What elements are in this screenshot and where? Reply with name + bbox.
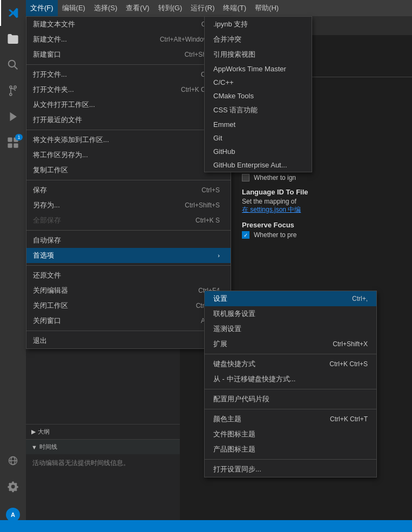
close-workspace-label: 关闭工作区 <box>33 301 68 311</box>
timeline-label: 时间线 <box>39 443 57 451</box>
timeline-empty-message: 活动编辑器无法提供时间线信息。 <box>26 454 180 472</box>
pref-user-snippets[interactable]: 配置用户代码片段 <box>205 392 376 407</box>
search-icon[interactable] <box>0 52 26 78</box>
menu-view[interactable]: 查看(V) <box>121 0 153 16</box>
menu-duplicate-workspace[interactable]: 复制工作区 <box>26 163 231 178</box>
pref-settings[interactable]: 设置 Ctrl+, <box>205 291 376 306</box>
ext-item-git[interactable]: Git <box>205 131 312 145</box>
file-menu: 新建文本文件 Ctrl+N 新建文件... Ctrl+Alt+Windows+N… <box>26 16 231 349</box>
svg-marker-6 <box>10 112 17 122</box>
pref-settings-shortcut: Ctrl+, <box>352 295 368 302</box>
save-all-shortcut: Ctrl+K S <box>195 217 220 224</box>
menu-recent-files[interactable]: 打开最近的文件 › <box>26 112 231 127</box>
ext-item-github[interactable]: GitHub <box>205 145 312 158</box>
pref-open-settings-sync[interactable]: 打开设置同步... <box>205 462 376 477</box>
menu-new-file[interactable]: 新建文件... Ctrl+Alt+Windows+N <box>26 32 231 47</box>
menu-close-window[interactable]: 关闭窗口 Alt+F4 <box>26 313 231 328</box>
timeline-chevron-icon: ▼ <box>31 444 37 450</box>
explorer-icon[interactable] <box>0 26 26 52</box>
pref-color-theme[interactable]: 颜色主题 Ctrl+K Ctrl+T <box>205 412 376 427</box>
recent-files-label: 打开最近的文件 <box>33 115 82 125</box>
menu-close-workspace[interactable]: 关闭工作区 Ctrl+K F <box>26 298 231 313</box>
outline-label: 大纲 <box>38 428 50 436</box>
menu-new-text-file[interactable]: 新建文本文件 Ctrl+N <box>26 17 231 32</box>
pref-product-icon-theme[interactable]: 产品图标主题 <box>205 442 376 457</box>
pref-extensions[interactable]: 扩展 Ctrl+Shift+X <box>205 336 376 352</box>
timeline-section[interactable]: ▼ 时间线 <box>26 439 180 454</box>
extensions-icon[interactable]: 1 <box>0 130 26 156</box>
menu-new-window[interactable]: 新建窗口 Ctrl+Shift+N <box>26 47 231 62</box>
pref-migrate-keyboard[interactable]: 从 - 中迁移键盘快捷方式... <box>205 372 376 387</box>
pref-sep-2 <box>205 389 376 389</box>
pref-sep-1 <box>205 354 376 354</box>
settings-gear-icon[interactable] <box>0 474 26 500</box>
svg-line-1 <box>15 66 18 70</box>
remote-icon[interactable] <box>0 448 26 474</box>
ext-item-github-enterprise[interactable]: GitHub Enterprise Aut... <box>205 158 312 172</box>
save-workspace-label: 将工作区另存为... <box>33 150 88 160</box>
outline-chevron-icon: ▶ <box>31 428 36 435</box>
menu-revert[interactable]: 还原文件 <box>26 268 231 283</box>
ext-item-ipynb[interactable]: .ipynb 支持 <box>205 17 312 32</box>
ignore-selection-checkbox[interactable] <box>242 174 249 181</box>
vscode-logo-icon[interactable] <box>0 0 26 26</box>
menu-run[interactable]: 运行(R) <box>186 0 219 16</box>
menu-help[interactable]: 帮助(H) <box>251 0 283 16</box>
menu-save[interactable]: 保存 Ctrl+S <box>26 183 231 198</box>
menu-add-folder[interactable]: 将文件夹添加到工作区... <box>26 132 231 147</box>
settings-json-link[interactable]: 在 settings.json 中编 <box>242 205 401 214</box>
pref-color-theme-label: 颜色主题 <box>213 414 241 424</box>
new-window-label: 新建窗口 <box>33 50 61 59</box>
preserve-focus-checkbox[interactable]: ✓ <box>242 231 249 239</box>
title-bar: 文件(F) 编辑(E) 选择(S) 查看(V) 转到(G) 运行(R) 终端(T… <box>26 0 412 16</box>
menu-preferences[interactable]: 首选项 › <box>26 248 231 263</box>
run-icon[interactable] <box>0 104 26 130</box>
save-as-shortcut: Ctrl+Shift+S <box>185 201 220 209</box>
language-id-label: Language ID To File <box>242 188 401 196</box>
menu-terminal[interactable]: 终端(T) <box>219 0 251 16</box>
menu-save-workspace[interactable]: 将工作区另存为... <box>26 147 231 163</box>
svg-rect-10 <box>13 143 18 147</box>
separator-6 <box>26 331 231 331</box>
outline-section[interactable]: ▶ 大纲 <box>26 424 180 439</box>
git-icon[interactable] <box>0 78 26 104</box>
ext-item-ref-search[interactable]: 引用搜索视图 <box>205 47 312 62</box>
ext-item-merge[interactable]: 合并冲突 <box>205 32 312 47</box>
svg-point-4 <box>14 86 16 88</box>
save-shortcut: Ctrl+S <box>201 186 220 194</box>
menu-open-folder[interactable]: 打开文件夹... Ctrl+K Ctrl+O <box>26 82 231 97</box>
menu-auto-save[interactable]: 自动保存 <box>26 233 231 248</box>
pref-online-services[interactable]: 联机服务设置 <box>205 306 376 321</box>
menu-bar: 文件(F) 编辑(E) 选择(S) 查看(V) 转到(G) 运行(R) 终端(T… <box>26 0 283 16</box>
menu-file[interactable]: 文件(F) <box>26 0 58 16</box>
ext-item-appworks[interactable]: AppWorks Time Master <box>205 62 312 76</box>
pref-user-snippets-label: 配置用户代码片段 <box>213 394 269 404</box>
duplicate-workspace-label: 复制工作区 <box>33 165 68 175</box>
ext-item-cpp[interactable]: C/C++ <box>205 76 312 89</box>
pref-file-icon-theme[interactable]: 文件图标主题 <box>205 427 376 442</box>
ext-item-css[interactable]: CSS 语言功能 <box>205 103 312 118</box>
pref-telemetry[interactable]: 遥测设置 <box>205 321 376 336</box>
svg-point-2 <box>10 86 12 88</box>
close-window-label: 关闭窗口 <box>33 316 61 326</box>
menu-edit[interactable]: 编辑(E) <box>58 0 90 16</box>
pref-extensions-shortcut: Ctrl+Shift+X <box>333 340 368 348</box>
menu-close-editor[interactable]: 关闭编辑器 Ctrl+F4 <box>26 283 231 298</box>
svg-rect-7 <box>8 137 12 142</box>
separator-4 <box>26 230 231 231</box>
svg-rect-9 <box>8 143 12 147</box>
menu-select[interactable]: 选择(S) <box>90 0 121 16</box>
menu-goto[interactable]: 转到(G) <box>154 0 187 16</box>
add-folder-label: 将文件夹添加到工作区... <box>33 135 109 145</box>
pref-extensions-label: 扩展 <box>213 339 227 349</box>
ext-item-emmet[interactable]: Emmet <box>205 118 312 131</box>
pref-keyboard-shortcuts[interactable]: 键盘快捷方式 Ctrl+K Ctrl+S <box>205 356 376 372</box>
menu-save-as[interactable]: 另存为... Ctrl+Shift+S <box>26 198 231 213</box>
menu-quit[interactable]: 退出 <box>26 333 231 348</box>
open-workspace-label: 从文件打开工作区... <box>33 100 95 110</box>
ext-item-cmake[interactable]: CMake Tools <box>205 89 312 103</box>
pref-sep-4 <box>205 459 376 460</box>
menu-open-file[interactable]: 打开文件... Ctrl+O <box>26 67 231 82</box>
menu-open-workspace[interactable]: 从文件打开工作区... <box>26 97 231 112</box>
pref-product-icon-theme-label: 产品图标主题 <box>213 445 255 454</box>
